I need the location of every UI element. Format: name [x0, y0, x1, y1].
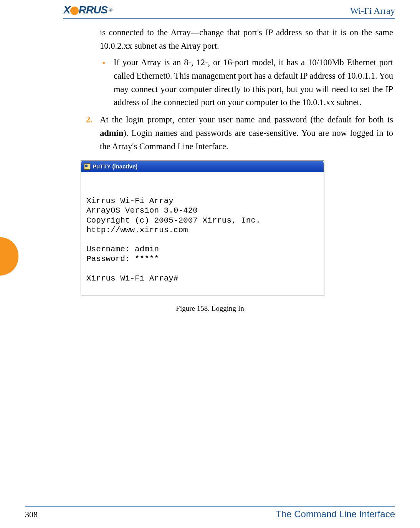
logo-text-rrus: RRUS [79, 4, 107, 16]
step2-admin: admin [100, 128, 123, 138]
brand-logo: X RRUS ® [63, 4, 112, 16]
body-content: is connected to the Array—change that po… [25, 26, 395, 153]
window-titlebar: PuTTY (inactive) [81, 161, 324, 172]
page-container: X RRUS ® Wi-Fi Array is connected to the… [0, 0, 420, 528]
logo-text-x: X [63, 4, 70, 16]
header-title: Wi-Fi Array [350, 6, 395, 16]
step-text: At the login prompt, enter your user nam… [100, 113, 393, 153]
logo-registered: ® [109, 7, 112, 13]
side-tab-marker [0, 237, 18, 276]
putty-screenshot: PuTTY (inactive) Xirrus Wi-Fi Array Arra… [81, 160, 324, 295]
figure-caption: Figure 158. Logging In [25, 304, 395, 313]
logo-dot-icon [70, 7, 79, 15]
continuation-paragraph: is connected to the Array—change that po… [100, 26, 393, 53]
footer-section-title: The Command Line Interface [276, 509, 395, 520]
step2-post: ). Login names and passwords are case-se… [100, 128, 393, 151]
page-header: X RRUS ® Wi-Fi Array [25, 4, 395, 18]
terminal-output: Xirrus Wi-Fi Array ArrayOS Version 3.0-4… [81, 172, 324, 295]
page-number: 308 [25, 510, 38, 520]
footer-divider [25, 506, 395, 507]
header-divider [63, 18, 395, 19]
step2-pre: At the login prompt, enter your user nam… [100, 115, 393, 124]
numbered-step-2: 2. At the login prompt, enter your user … [86, 113, 393, 153]
bullet-item-1: If your Array is an 8-, 12-, or 16-port … [100, 56, 393, 110]
putty-icon [84, 163, 90, 170]
footer-row: 308 The Command Line Interface [25, 509, 395, 520]
window-title: PuTTY (inactive) [93, 163, 137, 170]
page-footer: 308 The Command Line Interface [25, 506, 395, 520]
step-number: 2. [86, 113, 93, 127]
